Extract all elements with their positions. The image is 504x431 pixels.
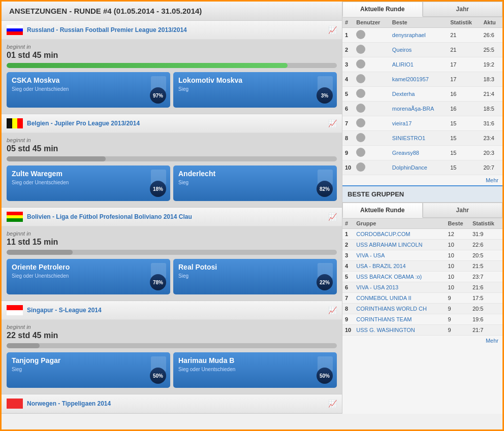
gruppe-statistik: 31:9 [470, 229, 502, 240]
league-name-norway[interactable]: Norwegen - Tippeligaen 2014 [27, 400, 324, 407]
league-name-belgium[interactable]: Belgien - Jupiler Pro League 2013/2014 [27, 120, 324, 127]
team-card-russia-1[interactable]: CSKA Moskva Sieg oder Unentschieden 97% [7, 72, 170, 108]
user-name[interactable]: Dexterha [390, 87, 448, 102]
user-name[interactable]: Greavsy88 [390, 146, 448, 160]
chart-icon-bolivia[interactable]: 📈 [328, 213, 337, 221]
user-beste: 21 [448, 28, 481, 43]
match-section-norway: Norwegen - Tippeligaen 2014 📈 [2, 394, 342, 414]
gruppen-table-row: 9 CORINTHIANS TEAM 9 19:6 [342, 314, 502, 325]
team-name-bolivia-1: Oriente Petrolero [12, 263, 165, 271]
user-rank: 3 [342, 57, 354, 72]
avatar [356, 118, 365, 127]
gruppe-name[interactable]: VIVA - USA [354, 250, 445, 261]
gcol-beste: Beste [446, 218, 470, 229]
users-table-row: 3 ALIRIO1 17 19:2 [342, 57, 502, 72]
team-bet-bolivia-2: Sieg [178, 273, 332, 279]
team-bet-bolivia-1: Sieg oder Unentschieden [12, 273, 165, 279]
flag-russia [7, 25, 23, 35]
users-mehr-link[interactable]: Mehr [342, 175, 502, 185]
gruppe-name[interactable]: USS BARACK OBAMA :o) [354, 272, 445, 282]
gcol-gruppe: Gruppe [354, 218, 445, 229]
teams-row-russia: CSKA Moskva Sieg oder Unentschieden 97% … [7, 72, 337, 108]
gruppe-name[interactable]: CORINTHIANS WORLD CH [354, 304, 445, 314]
league-name-singapore[interactable]: Singapur - S-League 2014 [27, 307, 324, 314]
team-card-belgium-2[interactable]: Anderlecht Sieg 82% [173, 165, 337, 201]
team-card-bolivia-2[interactable]: Real Potosi Sieg 22% [173, 259, 337, 294]
user-name[interactable]: DolphinDance [390, 160, 448, 175]
progress-fill-bolivia [7, 250, 73, 255]
gruppe-rank: 5 [342, 272, 354, 282]
user-beste: 17 [448, 72, 481, 87]
avatar [356, 59, 365, 69]
gruppe-beste: 12 [446, 229, 470, 240]
gruppe-name[interactable]: VIVA - USA 2013 [354, 282, 445, 293]
flag-singapore [7, 305, 23, 315]
team-card-belgium-1[interactable]: Zulte Waregem Sieg oder Unentschieden 18… [7, 165, 170, 201]
users-table-header: # Benutzer Beste Statistik Aktu [342, 17, 502, 28]
user-statistik: 20:3 [481, 146, 502, 160]
team-pct-bolivia-1: 78% [150, 274, 166, 290]
gruppe-rank: 4 [342, 261, 354, 272]
gruppe-rank: 8 [342, 304, 354, 314]
chart-icon-belgium[interactable]: 📈 [328, 119, 337, 127]
avatar [356, 74, 365, 83]
user-statistik: 31:6 [481, 116, 502, 131]
user-name[interactable]: Queiros [390, 43, 448, 57]
progress-fill-russia [7, 63, 288, 68]
user-name[interactable]: ALIRIO1 [390, 57, 448, 72]
users-rankings-table: # Benutzer Beste Statistik Aktu 1 denysr… [342, 17, 502, 175]
tab-jahr-bottom[interactable]: Jahr [423, 203, 503, 218]
team-card-singapore-1[interactable]: Tanjong Pagar Sieg 50% [7, 352, 170, 388]
user-avatar-cell [354, 146, 390, 160]
user-rank: 7 [342, 116, 354, 131]
user-name[interactable]: kamel2001957 [390, 72, 448, 87]
team-card-bolivia-1[interactable]: Oriente Petrolero Sieg oder Unentschiede… [7, 259, 170, 294]
starts-in-belgium: beginnt in [7, 137, 337, 143]
flag-bolivia [7, 212, 23, 222]
gruppe-beste: 10 [446, 272, 470, 282]
right-panel: Aktuelle Runde Jahr # Benutzer Beste Sta… [342, 2, 502, 414]
team-card-russia-2[interactable]: Lokomotiv Moskva Sieg 3% [173, 72, 337, 108]
match-section-belgium: Belgien - Jupiler Pro League 2013/2014 📈… [2, 114, 342, 208]
league-name-bolivia[interactable]: Bolivien - Liga de Fútbol Profesional Bo… [27, 213, 324, 220]
gruppe-name[interactable]: CONMEBOL UNIDA II [354, 293, 445, 304]
gruppe-name[interactable]: USS ABRAHAM LINCOLN [354, 240, 445, 250]
user-rank: 8 [342, 131, 354, 146]
user-avatar-cell [354, 116, 390, 131]
user-name[interactable]: vieira17 [390, 116, 448, 131]
user-beste: 21 [448, 43, 481, 57]
user-name[interactable]: morenaÃşa-BRA [390, 102, 448, 116]
col-aktu: Aktu [481, 17, 502, 28]
avatar [356, 162, 365, 172]
avatar [356, 45, 365, 54]
gruppe-name[interactable]: USA - BRAZIL 2014 [354, 261, 445, 272]
gruppe-name[interactable]: CORINTHIANS TEAM [354, 314, 445, 325]
gruppe-rank: 7 [342, 293, 354, 304]
team-name-belgium-1: Zulte Waregem [12, 170, 165, 178]
users-table-row: 7 vieira17 15 31:6 [342, 116, 502, 131]
user-name[interactable]: denysraphael [390, 28, 448, 43]
tab-jahr-top[interactable]: Jahr [423, 2, 503, 17]
user-name[interactable]: SINIESTRO1 [390, 131, 448, 146]
chart-icon-russia[interactable]: 📈 [328, 26, 337, 34]
chart-icon-norway[interactable]: 📈 [328, 400, 337, 408]
league-header-belgium: Belgien - Jupiler Pro League 2013/2014 📈 [2, 114, 342, 133]
tab-aktuelle-runde-bottom[interactable]: Aktuelle Runde [342, 203, 423, 218]
tab-aktuelle-runde-top[interactable]: Aktuelle Runde [342, 2, 423, 17]
league-name-russia[interactable]: Russland - Russian Football Premier Leag… [27, 26, 324, 34]
gruppen-table-header: # Gruppe Beste Statistik [342, 218, 502, 229]
avatar [356, 30, 365, 39]
user-beste: 17 [448, 57, 481, 72]
gruppen-mehr-link[interactable]: Mehr [342, 336, 502, 346]
team-bet-belgium-2: Sieg [178, 180, 332, 185]
progress-bar-belgium [7, 156, 337, 161]
gruppe-name[interactable]: CORDOBACUP.COM [354, 229, 445, 240]
user-beste: 15 [448, 131, 481, 146]
user-rank: 10 [342, 160, 354, 175]
team-name-singapore-1: Tanjong Pagar [12, 356, 165, 364]
user-avatar-cell [354, 131, 390, 146]
chart-icon-singapore[interactable]: 📈 [328, 306, 337, 314]
gruppe-name[interactable]: USS G. WASHINGTON [354, 325, 445, 336]
team-card-singapore-2[interactable]: Harimau Muda B Sieg oder Unentschieden 5… [173, 352, 337, 388]
team-name-russia-2: Lokomotiv Moskva [178, 76, 332, 84]
